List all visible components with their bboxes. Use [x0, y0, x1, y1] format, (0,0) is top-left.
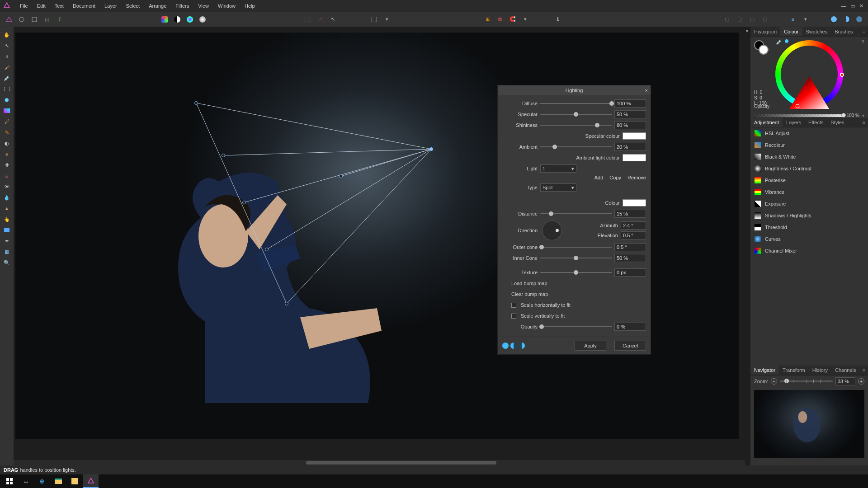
colour-triangle[interactable]	[788, 75, 831, 113]
opacity-caret-icon[interactable]: ▾	[862, 113, 864, 118]
tab-histogram[interactable]: Histogram	[750, 27, 780, 36]
zoom-slider[interactable]	[780, 380, 833, 382]
align-caret-icon[interactable]: ▾	[800, 14, 811, 25]
store-icon[interactable]	[67, 474, 82, 488]
ambient-colour-swatch[interactable]	[623, 154, 646, 161]
selection-marquee-icon[interactable]	[302, 14, 313, 25]
op-sub-icon[interactable]	[841, 14, 852, 25]
menu-window[interactable]: Window	[213, 3, 240, 9]
snap-mag-icon[interactable]: ⧉	[495, 14, 505, 25]
distance-value[interactable]: 15 %	[614, 210, 646, 218]
panel-menu-icon[interactable]: ≡	[860, 27, 868, 36]
tool-flood[interactable]: ⬢	[2, 95, 12, 105]
menu-file[interactable]: File	[15, 3, 33, 9]
adjustment-item[interactable]: Black & White	[750, 151, 868, 163]
specular-slider[interactable]	[540, 111, 612, 117]
tool-redeye[interactable]: 👁	[2, 182, 12, 192]
tab-adjustment[interactable]: Adjustment	[750, 118, 783, 127]
tool-gradient[interactable]	[2, 106, 12, 116]
arrange-forward-icon[interactable]: ▢	[747, 14, 758, 25]
panel-menu-icon[interactable]: ≡	[860, 118, 868, 127]
cancel-button[interactable]: Cancel	[614, 341, 646, 351]
snap-grid-icon[interactable]: ⊞	[482, 14, 493, 25]
taskview-icon[interactable]: ▭	[18, 474, 33, 488]
menu-layer[interactable]: Layer	[100, 3, 122, 9]
tool-zoom[interactable]: 🔍	[2, 258, 12, 267]
tab-history[interactable]: History	[809, 366, 831, 375]
tool-smudge[interactable]: 👆	[2, 214, 12, 224]
tool-crop[interactable]: ⌗	[2, 52, 12, 61]
panel-menu-icon[interactable]: ≡	[860, 366, 868, 375]
horizontal-scrollbar[interactable]	[14, 460, 745, 465]
menu-edit[interactable]: Edit	[33, 3, 50, 9]
tool-patch[interactable]: ✚	[2, 160, 12, 170]
op-add-icon[interactable]	[828, 14, 839, 25]
opacity-slider[interactable]	[754, 114, 844, 117]
preset-3-icon[interactable]	[519, 343, 525, 349]
adjustment-item[interactable]: HSL Adjust	[750, 127, 868, 139]
dialog-close-icon[interactable]: ×	[645, 88, 648, 93]
tool-brush[interactable]: 🖌	[2, 62, 12, 72]
clear-bump-link[interactable]: Clear bump map	[511, 291, 548, 297]
light-colour-swatch[interactable]	[623, 199, 646, 206]
swatch-multi-icon[interactable]	[159, 14, 170, 25]
swatch-rgb-icon[interactable]	[184, 14, 195, 25]
menu-arrange[interactable]: Arrange	[144, 3, 171, 9]
distance-slider[interactable]	[540, 211, 612, 217]
selection-arrow-icon[interactable]: ↖	[327, 14, 338, 25]
tab-styles[interactable]: Styles	[827, 118, 848, 127]
tool-sharpen[interactable]: ▲	[2, 203, 12, 213]
light-remove-link[interactable]: Remove	[627, 175, 646, 180]
inner-cone-value[interactable]: 50 %	[614, 254, 646, 262]
tool-picker[interactable]: 💉	[2, 73, 12, 83]
tab-transform[interactable]: Transform	[779, 366, 809, 375]
menu-view[interactable]: View	[193, 3, 213, 9]
outer-cone-slider[interactable]	[540, 244, 612, 250]
inner-cone-slider[interactable]	[540, 255, 612, 261]
navigator-preview[interactable]	[754, 390, 864, 458]
adjustment-item[interactable]: Exposure	[750, 198, 868, 210]
swatch-grey-icon[interactable]	[197, 14, 208, 25]
start-button[interactable]	[2, 474, 17, 488]
light-node[interactable]	[285, 302, 288, 305]
quickmask-icon[interactable]	[369, 14, 380, 25]
tool-clone[interactable]: ⎈	[2, 149, 12, 159]
azimuth-value[interactable]: 2.4 °	[621, 221, 646, 230]
texture-value[interactable]: 0 px	[614, 268, 646, 277]
ambient-slider[interactable]	[540, 144, 612, 150]
specular-value[interactable]: 50 %	[614, 110, 646, 118]
adjustment-item[interactable]: Threshold	[750, 221, 868, 233]
op-int-icon[interactable]	[854, 14, 864, 25]
light-add-link[interactable]: Add	[594, 175, 604, 180]
type-select[interactable]: Spot▾	[540, 183, 576, 192]
arrange-front-icon[interactable]: ▢	[760, 14, 770, 25]
diffuse-value[interactable]: 100 %	[614, 99, 646, 108]
arrange-backward-icon[interactable]: ▢	[734, 14, 745, 25]
light-node[interactable]	[242, 201, 246, 204]
light-copy-link[interactable]: Copy	[609, 175, 621, 180]
swatch-bw-icon[interactable]	[172, 14, 183, 25]
eyedropper-icon[interactable]: 💉	[776, 39, 782, 45]
adjustment-item[interactable]: Recolour	[750, 139, 868, 151]
light-select[interactable]: 1▾	[540, 164, 576, 173]
light-node[interactable]	[265, 248, 269, 251]
affinity-taskbar-icon[interactable]	[83, 474, 99, 488]
tool-mesh[interactable]: ▦	[2, 247, 12, 257]
colour-panel-menu-icon[interactable]: ≡	[862, 38, 864, 44]
dialog-titlebar[interactable]: Lighting ×	[498, 85, 651, 95]
tool-hand[interactable]: ✋	[2, 30, 12, 40]
persona-photo-icon[interactable]	[4, 14, 14, 25]
preset-1-icon[interactable]	[502, 343, 509, 349]
outer-cone-value[interactable]: 0.5 °	[614, 243, 646, 251]
persona-develop-icon[interactable]	[29, 14, 40, 25]
tab-channels[interactable]: Channels	[831, 366, 859, 375]
elevation-value[interactable]: 0.5 °	[621, 231, 646, 239]
selection-diag-icon[interactable]	[315, 14, 326, 25]
scale-h-checkbox[interactable]	[511, 303, 516, 308]
persona-tone-icon[interactable]: |↕|	[42, 14, 52, 25]
tool-pen[interactable]: ✒	[2, 236, 12, 246]
zoom-in-icon[interactable]: +	[858, 378, 864, 385]
tab-colour[interactable]: Colour	[780, 27, 802, 36]
minimise-icon[interactable]: —	[841, 3, 846, 9]
zoom-out-icon[interactable]: −	[771, 378, 777, 385]
